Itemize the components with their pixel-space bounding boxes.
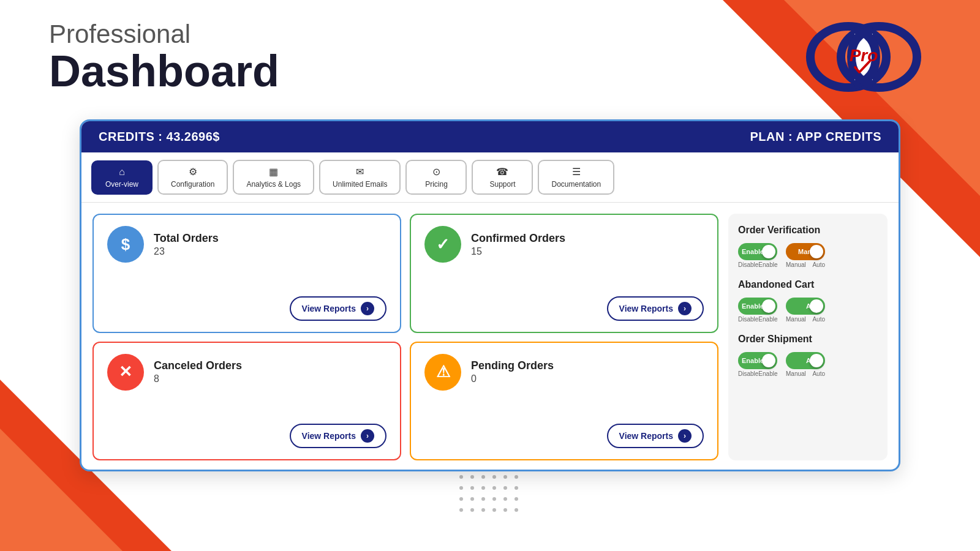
toggle-group1-order-verification: Enabled Disable Enable [738, 243, 777, 268]
view-reports-arrow-pending-orders: › [678, 429, 692, 443]
view-reports-arrow-total-orders: › [361, 302, 374, 315]
toggle-knob2-order-shipment [810, 354, 823, 367]
toggle-labels1-order-shipment: Disable Enable [738, 370, 777, 377]
dashboard-card: CREDITS : 43.2696$ PLAN : APP CREDITS ⌂ … [80, 119, 900, 471]
plan-text: PLAN : APP CREDITS [750, 130, 881, 144]
stat-top-canceled-orders: ✕ Canceled Orders 8 [107, 354, 386, 391]
toggle-switch1-order-shipment[interactable]: Enabled [738, 352, 777, 369]
toggle-group2-abandoned-cart: Auto Manual Auto [786, 298, 825, 323]
docs-tab-label: Documentation [551, 180, 601, 189]
toggle-sub2a-abandoned-cart: Manual [786, 316, 806, 323]
svg-text:Pro: Pro [850, 46, 878, 65]
stat-card-confirmed-orders: ✓ Confirmed Orders 15 View Reports › [410, 214, 718, 333]
stat-value-pending-orders: 0 [471, 373, 554, 384]
toggle-switch2-abandoned-cart[interactable]: Auto [786, 298, 825, 315]
stat-card-canceled-orders: ✕ Canceled Orders 8 View Reports › [92, 342, 401, 461]
header-title-main: Dashboard [49, 49, 279, 93]
toggle-section-title-order-shipment: Order Shipment [738, 334, 878, 345]
toggle-section-title-abandoned-cart: Abandoned Cart [738, 279, 878, 290]
stat-top-total-orders: $ Total Orders 23 [107, 226, 386, 263]
toggle-labels2-abandoned-cart: Manual Auto [786, 316, 825, 323]
toggle-switch2-order-shipment[interactable]: Auto [786, 352, 825, 369]
toggle-sub2b-abandoned-cart: Auto [812, 316, 825, 323]
toggle-group2-order-shipment: Auto Manual Auto [786, 352, 825, 377]
tab-configuration[interactable]: ⚙ Configuration [157, 160, 228, 195]
toggle-knob1-order-verification [762, 245, 775, 258]
view-reports-label-pending-orders: View Reports [619, 431, 673, 441]
toggle-row-abandoned-cart: Enabled Disable Enable Auto [738, 298, 878, 323]
toggle-row-order-verification: Enabled Disable Enable Manual [738, 243, 878, 268]
toggle-knob2-abandoned-cart [810, 299, 823, 313]
view-reports-label-canceled-orders: View Reports [302, 431, 356, 441]
stat-value-total-orders: 23 [154, 246, 219, 257]
view-reports-arrow-confirmed-orders: › [678, 302, 692, 315]
toggle-labels1-abandoned-cart: Disable Enable [738, 316, 777, 323]
analytics-tab-label: Analytics & Logs [246, 180, 301, 189]
stat-card-pending-orders: ⚠ Pending Orders 0 View Reports › [410, 342, 718, 461]
toggle-labels2-order-shipment: Manual Auto [786, 370, 825, 377]
toggle-sub2a-order-shipment: Manual [786, 370, 806, 377]
toggle-section-order-verification: Order Verification Enabled Disable Enabl… [738, 225, 878, 268]
view-reports-btn-canceled-orders[interactable]: View Reports › [290, 424, 386, 448]
toggle-switch2-order-verification[interactable]: Manual [786, 243, 825, 260]
docs-tab-icon: ☰ [572, 166, 581, 178]
stat-value-confirmed-orders: 15 [471, 246, 565, 257]
tab-analytics[interactable]: ▦ Analytics & Logs [233, 160, 314, 195]
stat-info-total-orders: Total Orders 23 [154, 232, 219, 257]
pricing-tab-icon: ⊙ [432, 166, 440, 178]
header: Professional Dashboard Pro [0, 0, 980, 113]
stat-title-total-orders: Total Orders [154, 232, 219, 245]
stat-title-canceled-orders: Canceled Orders [154, 359, 242, 372]
toggle-sub2a-order-verification: Manual [786, 261, 806, 268]
toggle-sub1a-abandoned-cart: Disable [738, 316, 758, 323]
header-subtitle: Professional [49, 20, 279, 48]
toggle-knob1-order-shipment [762, 354, 775, 367]
stat-info-pending-orders: Pending Orders 0 [471, 359, 554, 384]
overview-tab-icon: ⌂ [119, 167, 125, 178]
toggle-row-order-shipment: Enabled Disable Enable Auto [738, 352, 878, 377]
view-reports-label-confirmed-orders: View Reports [619, 304, 673, 313]
toggle-sub1b-order-verification: Enable [758, 261, 777, 268]
toggle-knob2-order-verification [810, 245, 823, 258]
view-reports-label-total-orders: View Reports [302, 304, 356, 313]
support-tab-label: Support [489, 180, 515, 189]
logo-container: Pro [796, 11, 931, 103]
view-reports-btn-total-orders[interactable]: View Reports › [290, 296, 386, 321]
toggle-sub1a-order-verification: Disable [738, 261, 758, 268]
toggle-sub2b-order-shipment: Auto [812, 370, 825, 377]
tab-support[interactable]: ☎ Support [472, 160, 533, 195]
toggle-switch1-order-verification[interactable]: Enabled [738, 243, 777, 260]
support-tab-icon: ☎ [496, 166, 508, 178]
toggle-group1-order-shipment: Enabled Disable Enable [738, 352, 777, 377]
stat-title-pending-orders: Pending Orders [471, 359, 554, 372]
stat-icon-confirmed-orders: ✓ [424, 226, 461, 263]
stat-card-total-orders: $ Total Orders 23 View Reports › [92, 214, 401, 333]
toggle-group1-abandoned-cart: Enabled Disable Enable [738, 298, 777, 323]
tab-docs[interactable]: ☰ Documentation [538, 160, 614, 195]
emails-tab-label: Unlimited Emails [333, 180, 387, 189]
tab-pricing[interactable]: ⊙ Pricing [405, 160, 467, 195]
toggle-section-order-shipment: Order Shipment Enabled Disable Enable [738, 334, 878, 377]
toggle-labels2-order-verification: Manual Auto [786, 261, 825, 268]
tab-emails[interactable]: ✉ Unlimited Emails [319, 160, 401, 195]
toggle-sub1b-order-shipment: Enable [758, 370, 777, 377]
view-reports-btn-confirmed-orders[interactable]: View Reports › [607, 296, 704, 321]
configuration-tab-icon: ⚙ [189, 166, 197, 178]
toggle-section-abandoned-cart: Abandoned Cart Enabled Disable Enable [738, 279, 878, 323]
stat-top-pending-orders: ⚠ Pending Orders 0 [424, 354, 704, 391]
stat-top-confirmed-orders: ✓ Confirmed Orders 15 [424, 226, 704, 263]
tab-overview[interactable]: ⌂ Over-view [91, 160, 153, 195]
analytics-tab-icon: ▦ [269, 166, 278, 178]
configuration-tab-label: Configuration [171, 180, 214, 189]
toggle-sub1a-order-shipment: Disable [738, 370, 758, 377]
pricing-tab-label: Pricing [425, 180, 448, 189]
cards-grid: $ Total Orders 23 View Reports › ✓ Confi… [92, 214, 718, 460]
view-reports-btn-pending-orders[interactable]: View Reports › [607, 424, 704, 448]
toggle-switch1-abandoned-cart[interactable]: Enabled [738, 298, 777, 315]
tabs-nav: ⌂ Over-view ⚙ Configuration ▦ Analytics … [81, 152, 899, 203]
header-title: Professional Dashboard [49, 20, 279, 92]
toggle-labels1-order-verification: Disable Enable [738, 261, 777, 268]
toggle-knob1-abandoned-cart [762, 299, 775, 313]
stat-title-confirmed-orders: Confirmed Orders [471, 232, 565, 245]
credits-bar: CREDITS : 43.2696$ PLAN : APP CREDITS [81, 121, 899, 152]
